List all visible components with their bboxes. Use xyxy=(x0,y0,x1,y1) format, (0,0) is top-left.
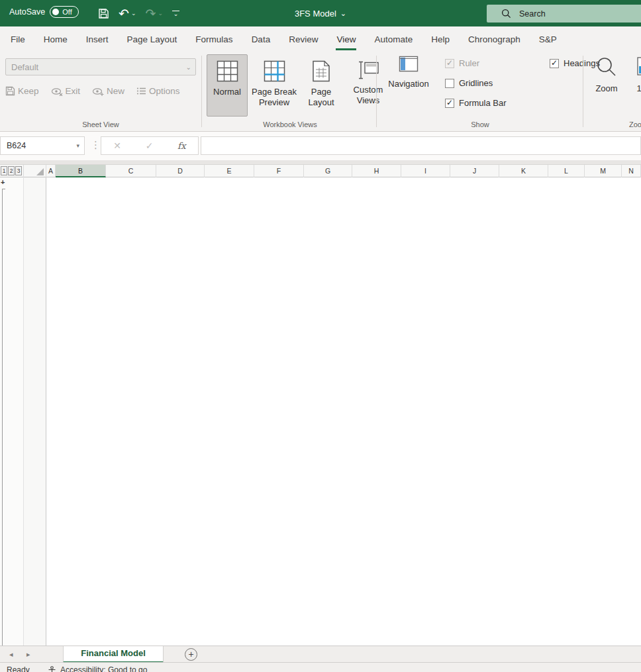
workbook-title[interactable]: 3FS Model xyxy=(295,9,336,19)
column-header-A[interactable]: A xyxy=(46,165,56,177)
sheet-view-buttons: KeepExitNewOptions xyxy=(5,86,180,96)
select-all-corner[interactable] xyxy=(24,165,46,177)
new-sheet-button[interactable]: + xyxy=(185,648,197,661)
title-bar: AutoSave Off ↶⌄ ↷⌄ ⌄ 3FS Model ⌄ Search xyxy=(0,0,641,26)
checkbox-box[interactable] xyxy=(445,79,454,88)
zoom-label: Zoom xyxy=(595,83,617,93)
save-icon[interactable] xyxy=(98,8,109,19)
checkbox-box[interactable] xyxy=(550,59,559,68)
group-separator xyxy=(583,56,583,127)
tab-label: S&P xyxy=(538,28,558,50)
button-label: Normal xyxy=(213,87,241,97)
name-box-chevron-icon[interactable]: ▾ xyxy=(76,137,79,154)
column-header-E[interactable]: E xyxy=(205,165,254,177)
formula-bar-handle-icon[interactable]: ⋮ xyxy=(91,139,101,151)
status-bar: Ready Accessibility: Good to go xyxy=(0,662,641,672)
navigation-icon xyxy=(399,56,419,73)
tab-home[interactable]: Home xyxy=(34,26,77,52)
zoom-magnifier-icon xyxy=(595,56,618,78)
tab-file[interactable]: File xyxy=(1,26,34,52)
outline-level-buttons: 123 xyxy=(0,165,24,177)
ribbon-tab-bar: FileHomeInsertPage LayoutFormulasDataRev… xyxy=(0,26,641,52)
group-label-workbook-views: Workbook Views xyxy=(204,120,376,128)
autosave-toggle[interactable]: AutoSave Off xyxy=(9,6,79,18)
button-label: New xyxy=(107,86,124,96)
enter-icon[interactable]: ✓ xyxy=(146,140,154,151)
page-layout-button[interactable]: Page Layout xyxy=(301,54,342,117)
outline-expand-button[interactable]: + xyxy=(1,178,5,186)
tab-data[interactable]: Data xyxy=(242,26,280,52)
tab-insert[interactable]: Insert xyxy=(77,26,118,52)
column-header-C[interactable]: C xyxy=(106,165,156,177)
checkbox-gridlines[interactable]: Gridlines xyxy=(445,78,493,88)
checkbox-ruler: Ruler xyxy=(445,58,479,68)
checkbox-label: Gridlines xyxy=(459,78,493,88)
autosave-pill[interactable]: Off xyxy=(50,6,78,18)
formula-buttons: ✕ ✓ fx xyxy=(101,136,199,155)
search-input[interactable]: Search xyxy=(487,5,641,23)
sheet-tab-financial-model[interactable]: Financial Model xyxy=(63,646,164,663)
button-label: Options xyxy=(149,86,180,96)
tab-label: Help xyxy=(430,28,450,50)
title-dropdown-icon[interactable]: ⌄ xyxy=(340,9,346,18)
column-header-G[interactable]: G xyxy=(304,165,352,177)
checkbox-label: Ruler xyxy=(459,58,479,68)
sheet-nav-right-icon[interactable]: ▸ xyxy=(26,650,30,659)
cancel-icon[interactable]: ✕ xyxy=(113,140,121,151)
outline-level-2[interactable]: 2 xyxy=(8,166,15,175)
undo-button[interactable]: ↶⌄ xyxy=(119,8,136,19)
tab-page-layout[interactable]: Page Layout xyxy=(118,26,187,52)
tab-help[interactable]: Help xyxy=(422,26,459,52)
normal-button[interactable]: Normal xyxy=(207,54,248,117)
spreadsheet-grid[interactable]: + xyxy=(0,177,641,646)
navigation-button[interactable]: Navigation xyxy=(383,56,434,89)
name-box[interactable]: B624 ▾ xyxy=(0,136,85,155)
sheet-nav-left-icon[interactable]: ◂ xyxy=(9,650,13,659)
column-header-I[interactable]: I xyxy=(401,165,450,177)
zoom-100-button[interactable]: 100% xyxy=(628,56,641,93)
toggle-knob xyxy=(52,9,59,15)
column-header-B[interactable]: B xyxy=(56,165,106,177)
accessibility-icon xyxy=(48,666,56,672)
insert-function-icon[interactable]: fx xyxy=(177,140,186,151)
group-separator xyxy=(376,56,377,127)
checkbox-box[interactable] xyxy=(445,99,454,108)
tab-chronograph[interactable]: Chronograph xyxy=(459,26,530,52)
tab-label: File xyxy=(10,28,26,50)
group-label-sheet-view: Sheet View xyxy=(0,120,201,128)
new-button: New xyxy=(92,86,124,96)
outline-level-3[interactable]: 3 xyxy=(15,166,22,175)
page-break-preview-button[interactable]: Page Break Preview xyxy=(250,54,298,117)
checkbox-formula-bar[interactable]: Formula Bar xyxy=(445,98,507,108)
tab-formulas[interactable]: Formulas xyxy=(186,26,242,52)
column-header-J[interactable]: J xyxy=(450,165,499,177)
tab-label: Page Layout xyxy=(126,28,178,50)
undo-dropdown-icon[interactable]: ⌄ xyxy=(131,8,136,19)
tab-label: Automate xyxy=(373,28,413,50)
column-header-F[interactable]: F xyxy=(254,165,304,177)
redo-button: ↷⌄ xyxy=(145,8,162,19)
column-header-K[interactable]: K xyxy=(499,165,548,177)
formula-input[interactable] xyxy=(201,136,641,155)
column-header-D[interactable]: D xyxy=(156,165,205,177)
tab-label: Chronograph xyxy=(468,28,521,50)
zoom-button[interactable]: Zoom xyxy=(589,56,624,93)
tab-review[interactable]: Review xyxy=(279,26,327,52)
exit-button: Exit xyxy=(51,86,81,96)
accessibility-status[interactable]: Accessibility: Good to go xyxy=(48,665,147,672)
autosave-state: Off xyxy=(62,8,72,16)
outline-level-1[interactable]: 1 xyxy=(1,166,7,175)
dropdown-chevron-icon: ⌄ xyxy=(186,64,191,71)
tab-automate[interactable]: Automate xyxy=(365,26,422,52)
customize-qat-button[interactable]: ⌄ xyxy=(172,11,179,16)
formula-bar: B624 ▾ ⋮ ✕ ✓ fx xyxy=(0,132,641,160)
keep-button: Keep xyxy=(5,86,39,96)
column-header-L[interactable]: L xyxy=(548,165,585,177)
outline-gutter xyxy=(0,177,24,646)
column-header-H[interactable]: H xyxy=(352,165,401,177)
sheet-view-dropdown[interactable]: Default ⌄ xyxy=(5,58,196,75)
tab-view[interactable]: View xyxy=(327,26,365,52)
tab-s-p[interactable]: S&P xyxy=(530,26,566,52)
column-header-N[interactable]: N xyxy=(622,165,641,177)
column-header-M[interactable]: M xyxy=(585,165,622,177)
